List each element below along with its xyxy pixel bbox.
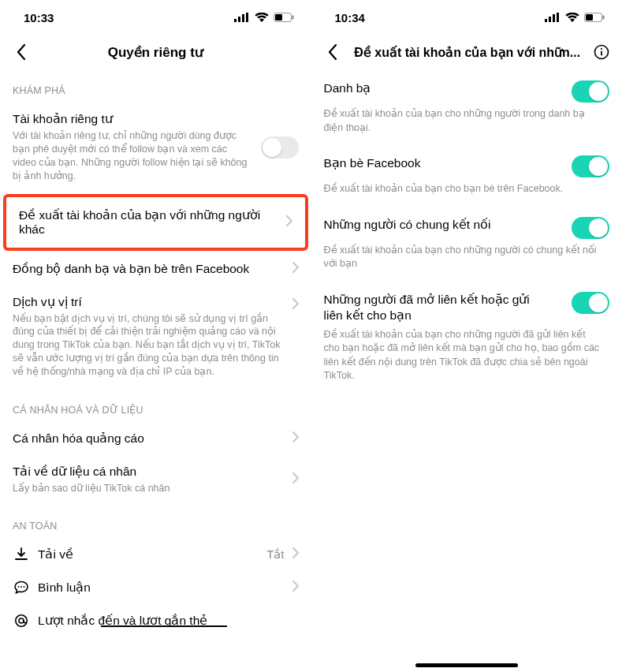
chevron-right-icon	[292, 581, 299, 595]
suggest-account-label: Đề xuất tài khoản của bạn với những ngườ…	[19, 208, 278, 237]
section-title-safety: AN TOÀN	[0, 505, 311, 538]
status-icons	[234, 13, 294, 22]
svg-point-10	[16, 615, 27, 626]
svg-rect-21	[601, 51, 602, 56]
section-title-personalization: CÁ NHÂN HOÁ VÀ DỮ LIỆU	[0, 388, 311, 422]
mutual-label: Những người có chung kết nối	[324, 217, 491, 233]
wifi-icon	[565, 13, 579, 22]
row-mutual[interactable]: Những người có chung kết nối Đề xuất tài…	[311, 206, 623, 281]
links-desc: Đề xuất tài khoản của bạn cho những ngườ…	[324, 328, 610, 383]
back-button[interactable]	[9, 40, 33, 64]
row-facebook[interactable]: Bạn bè Facebook Đề xuất tài khoản của bạ…	[311, 144, 623, 206]
comment-icon	[13, 581, 30, 595]
mention-icon	[13, 614, 30, 628]
chevron-right-icon	[292, 472, 299, 487]
home-indicator	[415, 663, 518, 667]
location-desc: Nếu bạn bật dịch vụ vị trí, chúng tôi sẽ…	[13, 312, 285, 379]
status-time: 10:33	[24, 11, 54, 24]
sync-contacts-label: Đồng bộ danh bạ và bạn bè trên Facebook	[13, 262, 285, 276]
row-ad-personalization[interactable]: Cá nhân hóa quảng cáo	[0, 422, 311, 455]
row-private-account[interactable]: Tài khoản riêng tư Với tài khoản riêng t…	[0, 103, 311, 192]
links-label: Những người đã mở liên kết hoặc gửi liên…	[324, 292, 545, 323]
facebook-desc: Đề xuất tài khoản của bạn cho bạn bè trê…	[324, 182, 610, 196]
facebook-label: Bạn bè Facebook	[324, 155, 421, 171]
download-data-label: Tải về dữ liệu cá nhân	[13, 465, 285, 479]
facebook-toggle[interactable]	[572, 155, 609, 177]
page-title: Đề xuất tài khoản của bạn với nhữn...	[345, 45, 591, 60]
info-button[interactable]	[590, 41, 613, 63]
status-time: 10:34	[335, 11, 365, 24]
row-location-services[interactable]: Dịch vụ vị trí Nếu bạn bật dịch vụ vị tr…	[0, 286, 311, 388]
wifi-icon	[255, 13, 269, 22]
svg-rect-2	[242, 14, 244, 22]
row-downloads[interactable]: Tải về Tắt	[0, 538, 311, 571]
row-suggest-account[interactable]: Đề xuất tài khoản của bạn với những ngườ…	[6, 197, 305, 248]
chevron-right-icon	[286, 215, 292, 230]
contacts-label: Danh bạ	[324, 80, 371, 96]
svg-point-20	[601, 48, 602, 50]
download-data-desc: Lấy bản sao dữ liệu TikTok cá nhân	[13, 482, 285, 495]
svg-point-9	[24, 586, 25, 588]
back-button[interactable]	[321, 40, 345, 64]
svg-rect-12	[545, 19, 547, 22]
status-icons	[545, 13, 605, 22]
svg-rect-13	[549, 17, 551, 22]
svg-point-8	[20, 586, 22, 588]
svg-rect-1	[238, 17, 240, 22]
chevron-right-icon	[292, 547, 299, 562]
screen-suggest-detail: 10:34 Đề xuất tài khoản của bạn với nhữn…	[311, 0, 623, 672]
mutual-desc: Đề xuất tài khoản của bạn cho những ngườ…	[324, 244, 610, 271]
strike-line	[101, 625, 227, 627]
page-title: Quyền riêng tư	[0, 44, 311, 61]
contacts-desc: Đề xuất tài khoản của bạn cho những ngườ…	[324, 107, 610, 135]
chevron-right-icon	[292, 431, 299, 446]
screen-privacy: 10:33 Quyền riêng tư KHÁM PHÁ Tài khoản …	[0, 0, 311, 672]
ad-personalization-label: Cá nhân hóa quảng cáo	[13, 431, 285, 446]
downloads-value: Tắt	[266, 547, 284, 562]
links-toggle[interactable]	[572, 292, 609, 314]
svg-rect-5	[275, 14, 282, 21]
svg-rect-15	[557, 13, 559, 22]
chevron-right-icon	[292, 262, 299, 276]
downloads-label: Tải về	[38, 547, 259, 562]
contacts-toggle[interactable]	[572, 80, 609, 103]
svg-point-7	[18, 586, 20, 588]
status-bar: 10:33	[0, 0, 311, 35]
section-title-discover: KHÁM PHÁ	[0, 69, 311, 103]
private-account-toggle[interactable]	[261, 136, 299, 159]
row-comments[interactable]: Bình luận	[0, 571, 311, 604]
row-sync-contacts[interactable]: Đồng bộ danh bạ và bạn bè trên Facebook	[0, 252, 311, 286]
private-account-label: Tài khoản riêng tư	[13, 112, 253, 126]
chevron-right-icon	[292, 298, 299, 312]
location-label: Dịch vụ vị trí	[13, 295, 285, 309]
row-links[interactable]: Những người đã mở liên kết hoặc gửi liên…	[311, 281, 623, 393]
status-bar: 10:34	[311, 0, 623, 35]
signal-icon	[545, 13, 561, 22]
comments-label: Bình luận	[38, 581, 285, 595]
header: Quyền riêng tư	[0, 35, 311, 69]
svg-rect-14	[553, 14, 555, 22]
svg-point-11	[19, 618, 24, 623]
svg-rect-0	[234, 19, 237, 22]
download-icon	[13, 547, 30, 562]
header: Đề xuất tài khoản của bạn với nhữn...	[311, 35, 623, 69]
mutual-toggle[interactable]	[572, 217, 609, 239]
svg-rect-17	[586, 14, 593, 21]
svg-rect-3	[246, 13, 248, 22]
highlight-box: Đề xuất tài khoản của bạn với những ngườ…	[3, 194, 308, 251]
battery-icon	[584, 13, 605, 22]
signal-icon	[234, 13, 250, 22]
row-contacts[interactable]: Danh bạ Đề xuất tài khoản của bạn cho nh…	[311, 69, 623, 144]
svg-rect-6	[292, 16, 293, 20]
svg-rect-18	[603, 16, 605, 20]
row-mentions[interactable]: Lượt nhắc đến và lượt gắn thẻ	[0, 604, 311, 637]
row-download-data[interactable]: Tải về dữ liệu cá nhân Lấy bản sao dữ li…	[0, 455, 311, 505]
private-account-desc: Với tài khoản riêng tư, chỉ những người …	[13, 129, 253, 183]
battery-icon	[274, 13, 294, 22]
